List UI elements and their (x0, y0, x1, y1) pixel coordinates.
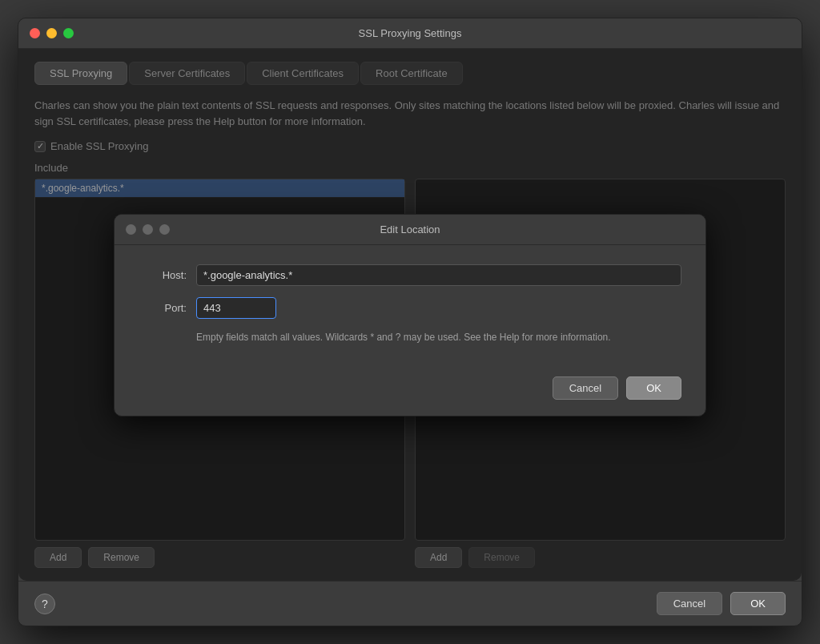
dialog-help-text: Empty fields match all values. Wildcards… (196, 330, 681, 344)
port-label: Port: (139, 302, 187, 314)
ok-button-main[interactable]: OK (730, 592, 786, 615)
host-row: Host: (139, 264, 681, 286)
port-row: Port: (139, 297, 681, 319)
main-window: SSL Proxying Settings SSL Proxying Serve… (18, 18, 802, 626)
host-label: Host: (139, 269, 187, 281)
dialog-tl-1 (126, 224, 136, 235)
minimize-button[interactable] (46, 28, 57, 38)
dialog-title: Edit Location (380, 223, 440, 235)
traffic-lights (30, 28, 74, 38)
dialog-tl-2 (143, 224, 153, 235)
host-input[interactable] (196, 264, 681, 286)
dialog-ok-button[interactable]: OK (626, 376, 681, 400)
dialog-traffic-lights (126, 224, 170, 235)
help-button[interactable]: ? (34, 594, 55, 614)
bottom-actions: Cancel OK (657, 592, 786, 615)
window-title: SSL Proxying Settings (359, 27, 462, 39)
dialog-content: Host: Port: Empty fields match all value… (115, 245, 705, 376)
edit-location-dialog: Edit Location Host: Port: Empty (114, 214, 706, 417)
dialog-cancel-button[interactable]: Cancel (553, 376, 618, 400)
main-content: SSL Proxying Server Certificates Client … (18, 49, 802, 581)
dialog-buttons: Cancel OK (115, 376, 705, 416)
dialog-title-bar: Edit Location (115, 215, 705, 245)
bottom-bar: ? Cancel OK (18, 581, 802, 626)
maximize-button[interactable] (63, 28, 74, 38)
title-bar: SSL Proxying Settings (18, 18, 802, 49)
modal-overlay: Edit Location Host: Port: Empty (18, 49, 802, 581)
port-input[interactable] (196, 297, 276, 319)
cancel-button-main[interactable]: Cancel (657, 592, 722, 615)
close-button[interactable] (30, 28, 40, 38)
dialog-tl-3 (159, 224, 170, 235)
